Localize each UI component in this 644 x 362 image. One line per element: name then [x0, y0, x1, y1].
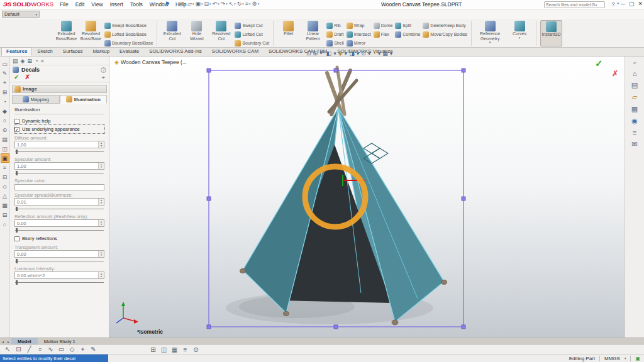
intersect-button[interactable]: Intersect — [347, 30, 371, 38]
spinner-icon[interactable]: ▴▾ — [98, 163, 104, 169]
shell-button[interactable]: Shell — [326, 39, 344, 47]
view-orientation-icon[interactable]: ◈ — [338, 50, 343, 57]
caret[interactable]: ▾ — [378, 50, 381, 57]
select-icon[interactable]: ↖▾ — [229, 1, 236, 7]
wrap-button[interactable]: Wrap — [347, 21, 371, 30]
dropdown-caret-icon[interactable]: ▾ — [234, 2, 236, 6]
scene-icon[interactable]: ▦ — [382, 50, 388, 57]
triangle-tool-icon[interactable]: △ — [1, 191, 9, 200]
tab-illumination[interactable]: Illumination — [60, 95, 108, 104]
tab-solidworks-add-ins[interactable]: SOLIDWORKS Add-Ins — [144, 47, 207, 56]
search-caret-icon[interactable]: ▾ — [596, 3, 597, 7]
dropdown-caret-icon[interactable]: ▾ — [249, 2, 251, 6]
split-button[interactable]: Split — [395, 21, 420, 30]
circle-tool-icon[interactable]: ○ — [1, 116, 9, 125]
field-input[interactable]: 0.00▴▾ — [14, 219, 104, 227]
slider-thumb[interactable] — [16, 259, 18, 263]
dropdown-caret-icon[interactable]: ▾ — [242, 2, 244, 6]
dropdown-caret-icon[interactable]: ▾ — [185, 2, 187, 6]
display-pane-icon[interactable]: ≡ — [40, 58, 43, 64]
sketch-tool-icon[interactable]: ✎ — [1, 69, 9, 78]
target-icon[interactable]: ⊙ — [191, 346, 201, 353]
menu-view[interactable]: View — [91, 1, 103, 8]
search-icon[interactable]: ⊙ — [591, 2, 596, 8]
dynamic-help-checkbox[interactable]: Dynamic help — [14, 117, 104, 125]
keep-visible-pin-icon[interactable]: -▸ — [101, 75, 105, 80]
configuration-combo[interactable]: Default ▾ — [2, 11, 40, 18]
custom-properties-icon[interactable]: ≡ — [633, 129, 636, 136]
property-icon[interactable]: ◈ — [21, 58, 25, 64]
help-icon[interactable]: ? — [611, 1, 614, 8]
caret[interactable]: ▾ — [357, 50, 360, 57]
zoom-area-icon[interactable]: ⊞ — [313, 50, 318, 57]
move-copy-bodies-button[interactable]: Move/Copy Bodies — [423, 30, 467, 38]
combo-caret-icon[interactable]: ▾ — [35, 13, 37, 16]
tab-motion-study-1[interactable]: Motion Study 1 — [38, 338, 82, 345]
ok-button[interactable]: ✓ — [14, 74, 19, 80]
section-view-icon[interactable]: ◧ — [326, 50, 332, 57]
field-input[interactable]: 0.01▴▾ — [14, 198, 104, 206]
flex-button[interactable]: Flex — [374, 30, 393, 38]
field-input[interactable]: 0.00▴▾ — [14, 250, 104, 258]
units-caret-icon[interactable]: ▾ — [625, 356, 626, 360]
tab-scroll-left-icon[interactable]: ◂ — [0, 339, 6, 344]
section-tool-icon[interactable]: ◫ — [1, 144, 9, 153]
tab-model[interactable]: Model — [11, 338, 38, 345]
undo-icon[interactable]: ↶▾ — [213, 1, 219, 7]
instant3d-button[interactable]: Instant3D — [540, 20, 562, 47]
caret[interactable]: ▾ — [368, 50, 371, 57]
file-explorer-icon[interactable]: ▱ — [632, 93, 637, 101]
circle-icon[interactable]: ○ — [35, 346, 45, 353]
tab-evaluate[interactable]: Evaluate — [114, 47, 144, 56]
field-slider[interactable] — [15, 228, 104, 233]
zoom-fit-icon[interactable]: ⊡ — [306, 50, 311, 57]
view-palette-icon[interactable]: ▦ — [631, 105, 638, 113]
specular-color-swatch[interactable] — [14, 184, 104, 190]
linear-pattern-button[interactable]: Linear Pattern — [302, 20, 324, 41]
cancel-button[interactable]: ✗ — [25, 74, 30, 80]
tab-mapping[interactable]: Mapping — [12, 95, 60, 104]
pin-menu-icon[interactable]: ⚑ — [165, 1, 170, 7]
configuration-icon[interactable]: ⊞ — [27, 58, 32, 64]
swept-boss-base-button[interactable]: Swept Boss/Base — [104, 21, 153, 30]
feature-tree-icon[interactable]: ▤ — [13, 58, 18, 64]
spinner-icon[interactable]: ▴▾ — [98, 251, 104, 257]
checkbox-box[interactable] — [14, 127, 19, 132]
select-arrow-icon[interactable]: ↖ — [3, 346, 13, 353]
split-view-icon[interactable]: ◫ — [158, 346, 169, 353]
fillet-button[interactable]: Fillet — [277, 20, 299, 36]
list-tool-icon[interactable]: ≡ — [1, 163, 9, 172]
box-tool-icon[interactable]: ⊡ — [1, 172, 9, 182]
feature-breadcrumb[interactable]: ◈ Wooden Canvas Teepee (... — [114, 59, 187, 65]
field-slider[interactable] — [15, 206, 104, 212]
tag-status-icon[interactable]: ▣ — [635, 356, 640, 361]
units-selector[interactable]: MMGS — [604, 356, 620, 361]
minimize-button[interactable]: ─ — [621, 1, 625, 7]
spinner-icon[interactable]: ▴▾ — [98, 199, 104, 205]
teepee-model[interactable] — [243, 108, 444, 322]
tab-scroll-right-icon[interactable]: ▸ — [6, 339, 11, 344]
menu-edit[interactable]: Edit — [75, 1, 85, 8]
delete-keep-body-button[interactable]: Delete/Keep Body — [423, 21, 467, 30]
previous-view-icon[interactable]: ↶ — [319, 50, 325, 57]
dropdown-caret-icon[interactable]: ▾ — [192, 2, 194, 6]
dropdown-caret-icon[interactable]: ▾ — [258, 2, 260, 6]
tab-solidworks-cam[interactable]: SOLIDWORKS CAM — [207, 47, 264, 56]
dropdown-caret-icon[interactable]: ▾ — [201, 2, 203, 6]
design-library-icon[interactable]: ▤ — [631, 81, 638, 89]
reference-tool-icon[interactable]: ⊙ — [1, 125, 9, 134]
extrude-tool-icon[interactable]: ⊞ — [1, 87, 9, 97]
search-box[interactable]: ⊙ ▾ — [544, 1, 605, 8]
graphics-viewport[interactable]: ◈ Wooden Canvas Teepee (... *Isometric ✓… — [109, 57, 625, 337]
help-icon[interactable]: ? — [101, 67, 106, 73]
field-input[interactable]: 1.00▴▾ — [14, 141, 104, 148]
forum-icon[interactable]: ✉ — [631, 140, 637, 148]
lofted-boss-base-button[interactable]: Lofted Boss/Base — [104, 30, 153, 38]
print-icon[interactable]: ⊟▾ — [204, 1, 211, 7]
field-input[interactable]: 0.00 w/srm^2▴▾ — [14, 272, 104, 279]
caret[interactable]: ▾ — [333, 50, 336, 57]
spinner-icon[interactable]: ▴▾ — [98, 272, 104, 278]
boundary-boss-base-button[interactable]: Boundary Boss/Base — [104, 39, 153, 47]
tree-tool-icon[interactable]: ▤ — [1, 134, 9, 144]
collapse-chevrons-icon[interactable]: « — [633, 60, 636, 66]
